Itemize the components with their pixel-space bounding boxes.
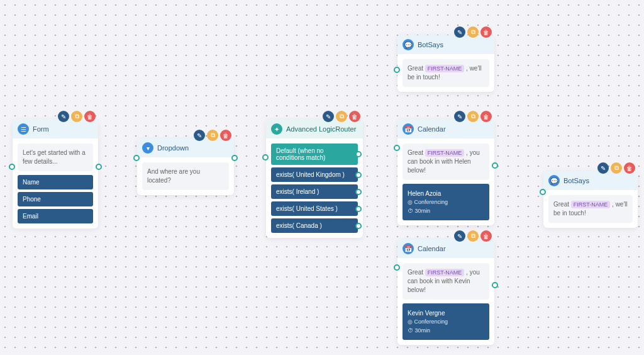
input-port[interactable] <box>394 264 400 271</box>
condition-label: exists( Canada ) <box>276 222 322 229</box>
node-title: Dropdown <box>157 144 189 152</box>
input-port[interactable] <box>394 67 400 73</box>
router-condition[interactable]: exists( United States ) <box>271 201 358 216</box>
input-port[interactable] <box>9 164 15 170</box>
input-port[interactable] <box>133 155 140 161</box>
router-condition[interactable]: exists( Ireland ) <box>271 184 358 199</box>
clock-icon: ⏱ <box>408 327 413 334</box>
output-port[interactable] <box>231 155 238 161</box>
input-port[interactable] <box>394 145 400 151</box>
node-actions: ✎ ⧉ 🗑 <box>194 130 231 141</box>
copy-icon[interactable]: ⧉ <box>467 26 479 38</box>
calendar-icon: 📅 <box>402 123 414 135</box>
form-field[interactable]: Phone <box>18 192 93 206</box>
edit-icon[interactable]: ✎ <box>597 162 609 174</box>
duration-text: 30min <box>415 208 431 214</box>
duration-text: 30min <box>415 327 431 334</box>
botsays-node[interactable]: ✎ ⧉ 🗑 💬 BotSays Great FIRST-NAME , we'll… <box>397 35 494 92</box>
variable-tag: FIRST-NAME <box>425 149 465 157</box>
botsays-node[interactable]: ✎ ⧉ 🗑 💬 BotSays Great FIRST-NAME , we'll… <box>543 171 638 228</box>
copy-icon[interactable]: ⧉ <box>336 111 347 122</box>
output-port[interactable] <box>96 164 102 170</box>
calendar-node[interactable]: ✎ ⧉ 🗑 📅 Calendar Great FIRST-NAME , you … <box>397 239 494 345</box>
node-header: ☰ Form <box>13 120 98 138</box>
dropdown-node[interactable]: ✎ ⧉ 🗑 ▾ Dropdown And where are you locat… <box>137 138 234 195</box>
router-icon: ✦ <box>271 123 282 135</box>
node-actions: ✎ ⧉ 🗑 <box>597 162 635 174</box>
msg-text: Great <box>408 149 425 156</box>
location-text: Conferencing <box>414 318 448 325</box>
chat-icon: 💬 <box>402 39 414 50</box>
router-condition[interactable]: exists( United Kingdom ) <box>271 167 358 182</box>
copy-icon[interactable]: ⧉ <box>71 111 82 122</box>
output-port[interactable] <box>492 282 498 288</box>
router-default[interactable]: Default (when no conditions match) <box>271 144 358 165</box>
delete-icon[interactable]: 🗑 <box>84 111 96 122</box>
node-title: BotSays <box>564 177 589 184</box>
person-name: Helen Azoia <box>408 189 484 198</box>
form-field[interactable]: Email <box>18 209 93 223</box>
chat-icon: 💬 <box>548 175 560 186</box>
msg-text: Great <box>408 269 425 276</box>
variable-tag: FIRST-NAME <box>425 65 465 72</box>
location-text: Conferencing <box>414 199 448 205</box>
delete-icon[interactable]: 🗑 <box>220 130 231 141</box>
copy-icon[interactable]: ⧉ <box>207 130 218 141</box>
condition-label: exists( United Kingdom ) <box>276 171 345 178</box>
edit-icon[interactable]: ✎ <box>323 111 334 122</box>
calendar-icon: 📅 <box>402 243 414 254</box>
node-title: Form <box>33 125 49 133</box>
node-title: Calendar <box>418 125 446 133</box>
delete-icon[interactable]: 🗑 <box>349 111 360 122</box>
delete-icon[interactable]: 🗑 <box>480 230 492 242</box>
node-header: ✦ Advanced LogicRouter <box>266 120 363 138</box>
delete-icon[interactable]: 🗑 <box>480 111 492 122</box>
variable-tag: FIRST-NAME <box>571 201 611 208</box>
copy-icon[interactable]: ⧉ <box>467 230 479 242</box>
router-default-label: Default (when no conditions match) <box>276 147 325 161</box>
branch-port[interactable] <box>355 206 362 212</box>
form-node[interactable]: ✎ ⧉ 🗑 ☰ Form Let's get started with a fe… <box>13 120 98 228</box>
copy-icon[interactable]: ⧉ <box>611 162 622 174</box>
msg-text: Great <box>553 201 571 208</box>
node-title: BotSays <box>418 41 443 48</box>
condition-label: exists( Ireland ) <box>276 188 319 195</box>
node-title: Calendar <box>418 245 446 252</box>
bot-message: Great FIRST-NAME , we'll be in touch! <box>548 195 633 223</box>
branch-port[interactable] <box>355 223 362 229</box>
calendar-card[interactable]: Kevin Vergne ◎ Conferencing ⏱ 30min <box>402 303 489 340</box>
edit-icon[interactable]: ✎ <box>454 230 465 242</box>
edit-icon[interactable]: ✎ <box>194 130 205 141</box>
form-field[interactable]: Name <box>18 175 93 189</box>
node-header: 💬 BotSays <box>543 171 638 190</box>
node-header: 📅 Calendar <box>397 239 494 258</box>
calendar-card[interactable]: Helen Azoia ◎ Conferencing ⏱ 30min <box>402 184 489 220</box>
router-node[interactable]: ✎ ⧉ 🗑 ✦ Advanced LogicRouter Default (wh… <box>266 120 363 238</box>
edit-icon[interactable]: ✎ <box>454 111 465 122</box>
node-header: 📅 Calendar <box>397 120 494 138</box>
calendar-node[interactable]: ✎ ⧉ 🗑 📅 Calendar Great FIRST-NAME , you … <box>397 120 494 225</box>
branch-port[interactable] <box>355 172 362 178</box>
branch-port[interactable] <box>355 189 362 195</box>
calendar-message: Great FIRST-NAME , you can book in with … <box>402 263 489 300</box>
calendar-message: Great FIRST-NAME , you can book in with … <box>402 144 489 180</box>
input-port[interactable] <box>262 154 269 161</box>
branch-port[interactable] <box>355 151 362 157</box>
router-condition[interactable]: exists( Canada ) <box>271 218 358 233</box>
location-icon: ◎ <box>408 199 413 205</box>
msg-text: Great <box>408 65 425 72</box>
output-port[interactable] <box>492 162 498 169</box>
node-title: Advanced LogicRouter <box>286 125 356 133</box>
node-header: 💬 BotSays <box>397 35 494 54</box>
condition-label: exists( United States ) <box>276 205 338 212</box>
copy-icon[interactable]: ⧉ <box>467 111 479 122</box>
edit-icon[interactable]: ✎ <box>454 26 465 38</box>
edit-icon[interactable]: ✎ <box>58 111 69 122</box>
delete-icon[interactable]: 🗑 <box>480 26 492 38</box>
node-actions: ✎ ⧉ 🗑 <box>323 111 360 122</box>
node-actions: ✎ ⧉ 🗑 <box>454 230 492 242</box>
input-port[interactable] <box>540 189 546 195</box>
delete-icon[interactable]: 🗑 <box>624 162 635 174</box>
form-prompt: Let's get started with a few details... <box>18 144 93 171</box>
node-actions: ✎ ⧉ 🗑 <box>454 26 492 38</box>
